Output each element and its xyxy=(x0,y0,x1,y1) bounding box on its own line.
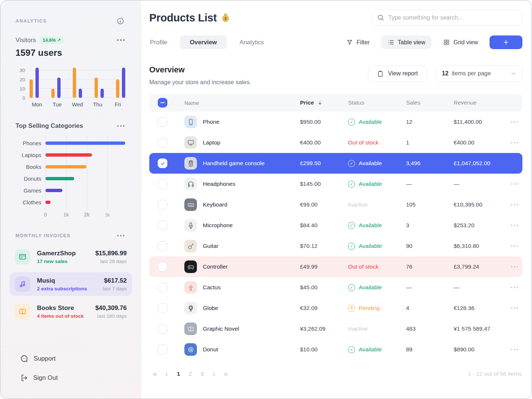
microphone-icon xyxy=(184,219,197,232)
row-menu-dots[interactable] xyxy=(511,287,518,288)
status-label: Available xyxy=(359,181,382,187)
column-header-status[interactable]: Status xyxy=(345,99,404,106)
categories-menu-dots[interactable] xyxy=(117,125,125,127)
invoices-menu-dots[interactable] xyxy=(117,235,125,237)
table-row[interactable]: Controller£49.99Out of stock76£3,799.24 xyxy=(149,256,522,277)
price-cell: $145.00 xyxy=(300,181,345,187)
product-name: Headphones xyxy=(203,181,235,187)
view-report-label: View report xyxy=(388,70,418,77)
tab-analytics[interactable]: Analytics xyxy=(239,35,265,49)
pagination-controls: «‹123›» xyxy=(151,369,230,378)
table-row[interactable]: Microphone$84.40✓Available3$253.20 xyxy=(149,215,522,236)
row-menu-dots[interactable] xyxy=(511,266,518,267)
status-icon: ? xyxy=(348,305,355,312)
invoice-card[interactable]: Musiq2 extra subscriptions$617.52last 7 … xyxy=(10,272,132,296)
invoice-card[interactable]: Books Store4 items out of stock$40,309.7… xyxy=(10,300,132,323)
info-icon[interactable] xyxy=(116,17,125,25)
row-checkbox[interactable] xyxy=(158,179,167,189)
row-menu-dots[interactable] xyxy=(511,307,518,309)
analytics-section-header: ANALYTICS xyxy=(1,17,141,25)
price-cell: $84.40 xyxy=(300,222,345,229)
select-all-checkbox[interactable] xyxy=(158,98,167,108)
view-report-button[interactable]: View report xyxy=(368,65,427,82)
status-cell: ?Pending xyxy=(345,305,404,312)
row-menu-dots[interactable] xyxy=(511,204,518,205)
pagination-last-button[interactable]: » xyxy=(222,369,230,378)
row-checkbox[interactable] xyxy=(158,283,167,292)
table-view-button[interactable]: Table view xyxy=(381,35,432,49)
invoices-title: MONTHLY INVOICES xyxy=(16,233,71,238)
row-checkbox[interactable] xyxy=(158,262,167,272)
add-product-button[interactable] xyxy=(490,35,522,49)
table-row[interactable]: Guitar$70.12✓Available90$6,310.80 xyxy=(149,236,522,256)
status-icon: ✓ xyxy=(348,160,355,167)
categories-header: Top Selling Categories xyxy=(1,122,141,130)
table-row[interactable]: Keyboard€99.00Inactive105€10,395.00 xyxy=(149,194,522,215)
row-menu-dots[interactable] xyxy=(511,142,518,143)
cactus-icon xyxy=(184,281,197,294)
music-note-icon xyxy=(15,276,30,292)
pagination-page-3[interactable]: 3 xyxy=(198,370,206,378)
row-checkbox[interactable] xyxy=(158,345,167,354)
pagination-page-1[interactable]: 1 xyxy=(174,370,183,378)
revenue-cell: £1,047,052.00 xyxy=(452,160,507,167)
tab-overview[interactable]: Overview xyxy=(180,35,227,49)
signout-icon xyxy=(20,374,28,382)
row-menu-dots[interactable] xyxy=(511,121,518,123)
column-header-sales[interactable]: Sales xyxy=(404,99,452,106)
table-row[interactable]: Laptop€400.00Out of stock1€400.00 xyxy=(149,132,522,153)
row-checkbox[interactable] xyxy=(158,138,167,147)
table-row[interactable]: Donut$10.00✓Available89$890.00 xyxy=(149,339,522,360)
table-row[interactable]: Phone$950.00✓Available12$11,400.00 xyxy=(149,112,522,132)
row-checkbox[interactable] xyxy=(158,241,167,251)
signout-link[interactable]: Sign Out xyxy=(20,374,141,382)
column-header-name[interactable]: Name xyxy=(184,100,300,106)
row-checkbox[interactable] xyxy=(158,200,167,209)
pagination-prev-button[interactable]: ‹ xyxy=(163,369,171,378)
table-row[interactable]: Graphic Novel¥3,262.09Inactive483¥1 575 … xyxy=(149,318,522,339)
column-header-price[interactable]: Price xyxy=(300,99,345,106)
pagination-next-button[interactable]: › xyxy=(210,369,218,378)
overview-header: Overview Manage your store and increase … xyxy=(149,65,522,86)
pagination: «‹123›» 1 - 12 out of 56 items xyxy=(149,364,522,388)
row-menu-dots[interactable] xyxy=(511,183,518,185)
row-menu-dots[interactable] xyxy=(511,245,518,247)
row-checkbox[interactable] xyxy=(158,158,167,168)
status-cell: ✓Available xyxy=(345,181,404,188)
table-row[interactable]: Headphones$145.00✓Available—— xyxy=(149,174,522,194)
row-checkbox[interactable] xyxy=(158,303,167,313)
sales-cell: 76 xyxy=(404,263,452,270)
status-cell: Out of stock xyxy=(345,263,404,270)
invoice-card[interactable]: GamerzShop17 new sales$15,896.99last 28 … xyxy=(10,245,132,269)
status-label: Out of stock xyxy=(348,263,379,270)
column-header-revenue[interactable]: Revenue xyxy=(452,99,507,106)
tab-profile[interactable]: Profile xyxy=(149,35,168,49)
status-cell: ✓Available xyxy=(345,119,404,126)
price-header-label: Price xyxy=(300,99,314,106)
invoice-period: last 28 days xyxy=(95,259,127,264)
row-menu-dots[interactable] xyxy=(511,349,518,350)
row-checkbox[interactable] xyxy=(158,221,167,230)
row-menu-dots[interactable] xyxy=(511,225,518,226)
visitors-bar-group-tue xyxy=(51,66,61,98)
status-label: Available xyxy=(359,346,382,353)
table-row[interactable]: Cactus$45.00✓Available—— xyxy=(149,277,522,298)
row-checkbox[interactable] xyxy=(158,117,167,127)
status-label: Inactive xyxy=(348,201,368,208)
table-row[interactable]: Globe€32.09?Pending4€128.36 xyxy=(149,298,522,318)
pagination-first-button[interactable]: « xyxy=(151,369,159,378)
visitors-menu-dots[interactable] xyxy=(117,39,125,41)
invoice-period: last 7 days xyxy=(103,286,127,291)
search-input[interactable] xyxy=(372,10,522,26)
support-link[interactable]: Support xyxy=(20,354,141,363)
sales-cell: 4 xyxy=(404,305,452,311)
table-row[interactable]: Handheld game console£299.50✓Available3,… xyxy=(149,153,522,174)
grid-view-button[interactable]: Grid view xyxy=(441,36,480,49)
filter-button[interactable]: Filter xyxy=(345,36,371,49)
main-content: Products List $ ProfileOverviewAnalytics… xyxy=(141,1,531,398)
pagination-summary: 1 - 12 out of 56 items xyxy=(468,371,522,377)
invoice-period: last 180 days xyxy=(95,313,127,319)
pagination-page-2[interactable]: 2 xyxy=(186,370,194,378)
row-checkbox[interactable] xyxy=(158,324,167,334)
items-per-page-select[interactable]: 12 items per page xyxy=(436,65,522,82)
